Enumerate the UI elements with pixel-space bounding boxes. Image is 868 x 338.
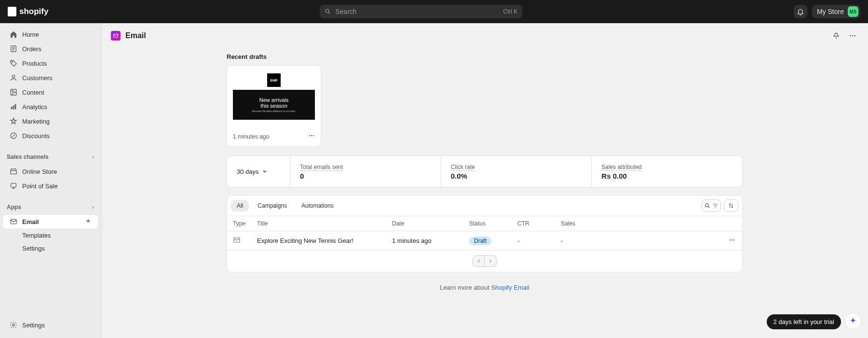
more-actions-button[interactable] — [847, 30, 858, 42]
sidebar-item-label: Content — [22, 89, 44, 96]
pos-icon — [10, 182, 17, 190]
row-type-icon — [227, 231, 251, 251]
sidebar-item-label: Customers — [22, 74, 53, 82]
row-date: 1 minutes ago — [386, 231, 463, 251]
main-content: Email Recent drafts EHR New arrivals thi… — [101, 23, 868, 306]
svg-rect-7 — [13, 105, 14, 109]
preview-title-1: New arrivals — [259, 97, 289, 103]
svg-point-20 — [705, 203, 708, 207]
sidebar-subitem-templates[interactable]: Templates — [3, 229, 98, 242]
svg-point-2 — [12, 61, 13, 62]
svg-point-22 — [730, 239, 731, 240]
search-placeholder: Search — [335, 8, 356, 15]
svg-point-5 — [12, 91, 14, 92]
customers-icon — [10, 74, 17, 82]
sidebar-item-content[interactable]: Content — [3, 85, 98, 99]
notifications-button[interactable] — [794, 5, 807, 18]
search-input[interactable]: Search Ctrl K — [320, 5, 522, 18]
stat-value: 0 — [300, 172, 431, 180]
learn-more-link[interactable]: Shopify Email — [491, 284, 529, 291]
chevron-right-icon — [488, 258, 493, 264]
pager-prev-button[interactable] — [473, 255, 485, 267]
search-filter-button[interactable] — [702, 199, 721, 212]
section-label: Sales channels — [7, 154, 49, 160]
sidebar-item-orders[interactable]: Orders — [3, 42, 98, 56]
table-row[interactable]: Explore Exciting New Tennis Gear! 1 minu… — [227, 231, 742, 251]
table-tabs: All Campaigns Automations — [231, 200, 339, 211]
stat-label: Click rate — [451, 164, 475, 171]
draft-card[interactable]: EHR New arrivals this season Discover th… — [227, 65, 321, 147]
more-icon — [729, 237, 735, 243]
topbar-right: My Store MS — [794, 5, 860, 18]
learn-more-prefix: Learn more about — [440, 284, 491, 291]
col-type: Type — [227, 216, 251, 231]
preview-subtitle: Discover the latest additions to our sto… — [252, 110, 296, 113]
page-header: Email — [101, 23, 868, 48]
svg-point-19 — [313, 135, 314, 136]
hero-block: New arrivals this season Discover the la… — [233, 90, 315, 120]
sidebar-item-label: Orders — [22, 45, 41, 53]
sidebar-subitem-settings[interactable]: Settings — [3, 242, 98, 255]
shopify-logo[interactable]: shopify — [8, 7, 48, 16]
marketing-icon — [10, 117, 17, 125]
pin-page-button[interactable] — [830, 30, 842, 42]
logo-text: shopify — [19, 7, 48, 16]
col-date: Date — [386, 216, 463, 231]
chevron-right-icon: › — [92, 204, 94, 211]
store-menu[interactable]: My Store MS — [812, 5, 860, 18]
svg-point-24 — [733, 239, 734, 240]
sort-icon — [728, 202, 734, 209]
status-badge: Draft — [469, 237, 491, 245]
sidebar-item-point-of-sale[interactable]: Point of Sale — [3, 179, 98, 193]
stat-click-rate: Click rate 0.0% — [441, 156, 592, 187]
col-status: Status — [463, 216, 512, 231]
pin-icon[interactable] — [85, 218, 91, 225]
svg-rect-6 — [11, 107, 13, 109]
sidebar-item-customers[interactable]: Customers — [3, 71, 98, 84]
sidebar-item-analytics[interactable]: Analytics — [3, 100, 98, 113]
search-shortcut: Ctrl K — [503, 8, 517, 15]
stats-card: 30 days Total emails sent 0 Click rate 0… — [227, 155, 743, 187]
row-sales: - — [555, 231, 723, 251]
learn-more-text: Learn more about Shopify Email — [227, 284, 743, 291]
svg-rect-10 — [11, 183, 16, 187]
section-label: Apps — [7, 204, 21, 211]
sidebar-item-label: Email — [22, 218, 39, 225]
svg-point-16 — [854, 35, 855, 37]
tab-automations[interactable]: Automations — [296, 200, 339, 211]
col-title: Title — [251, 216, 386, 231]
sidebar-section-sales-channels[interactable]: Sales channels › — [0, 150, 101, 164]
brand-block: EHR — [267, 73, 281, 87]
range-label: 30 days — [237, 168, 259, 175]
row-more-button[interactable] — [723, 231, 742, 251]
tab-campaigns[interactable]: Campaigns — [252, 200, 293, 211]
svg-point-14 — [850, 35, 851, 37]
analytics-icon — [10, 103, 17, 111]
page-title: Email — [125, 31, 146, 40]
stat-value: Rs 0.00 — [601, 172, 732, 180]
sidebar-item-online-store[interactable]: Online Store — [3, 165, 98, 178]
pager-next-button[interactable] — [485, 255, 497, 267]
email-app-badge-icon — [111, 31, 121, 41]
sidebar-item-label: Point of Sale — [22, 183, 58, 190]
discounts-icon — [10, 132, 17, 140]
sidebar-item-email[interactable]: Email — [3, 215, 98, 228]
sidebar-item-discounts[interactable]: Discounts — [3, 129, 98, 142]
tab-all[interactable]: All — [231, 200, 249, 211]
sidebar-item-home[interactable]: Home — [3, 28, 98, 41]
bell-icon — [797, 8, 804, 15]
stat-label: Total emails sent — [300, 164, 343, 171]
sidebar-item-marketing[interactable]: Marketing — [3, 114, 98, 128]
date-range-button[interactable]: 30 days — [237, 168, 268, 175]
sidebar-item-label: Products — [22, 60, 47, 67]
sidebar-section-apps[interactable]: Apps › — [0, 200, 101, 214]
stat-sales-attributed: Sales attributed Rs 0.00 — [591, 156, 742, 187]
sidebar-item-label: Home — [22, 31, 39, 38]
stat-label: Sales attributed — [601, 164, 641, 171]
stat-value: 0.0% — [451, 172, 582, 180]
sidebar-item-products[interactable]: Products — [3, 56, 98, 70]
sort-button[interactable] — [724, 199, 738, 212]
draft-more-button[interactable] — [308, 132, 315, 141]
avatar: MS — [848, 6, 858, 17]
filter-icon — [712, 203, 719, 209]
